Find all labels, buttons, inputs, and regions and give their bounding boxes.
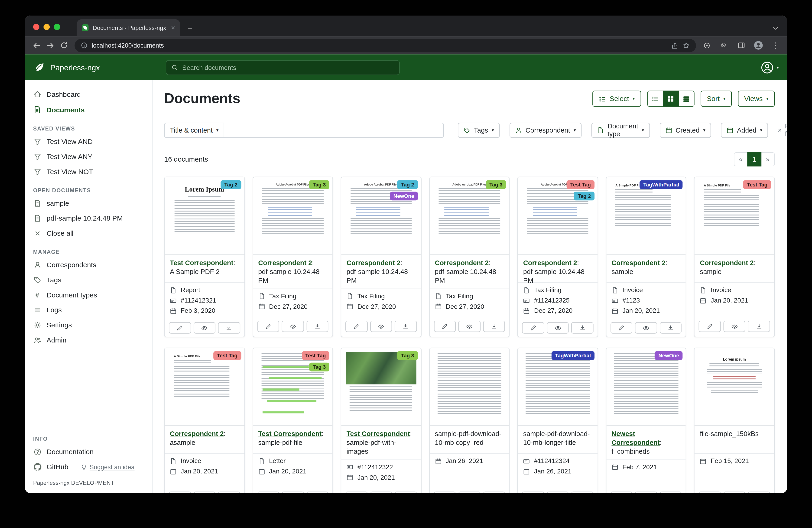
site-info-icon[interactable] bbox=[81, 42, 88, 49]
browser-tab[interactable]: Documents - Paperless-ngx × bbox=[77, 19, 180, 37]
page-next-button[interactable]: » bbox=[761, 152, 774, 166]
edit-button[interactable] bbox=[699, 491, 721, 493]
edit-button[interactable] bbox=[434, 320, 456, 332]
document-thumbnail[interactable]: Test Tag A Simple PDF File bbox=[695, 177, 774, 255]
global-search[interactable] bbox=[166, 60, 400, 75]
document-thumbnail[interactable]: Test Tag A Simple PDF File bbox=[164, 348, 244, 426]
document-card[interactable]: TagWithPartial sample-pdf-download-10-mb… bbox=[518, 347, 598, 493]
document-thumbnail[interactable] bbox=[430, 348, 509, 426]
filter-added-dropdown[interactable]: Added ▾ bbox=[721, 123, 768, 138]
document-card[interactable]: Tag 3 Adobe Acrobat PDF Files Correspond… bbox=[252, 177, 333, 337]
view-button[interactable] bbox=[723, 491, 745, 493]
sidebar-item-open-doc-sample[interactable]: sample bbox=[25, 196, 152, 211]
page-prev-button[interactable]: « bbox=[734, 152, 748, 166]
bookmark-star-icon[interactable] bbox=[682, 42, 690, 49]
tab-search-chevron-icon[interactable] bbox=[772, 25, 779, 32]
edit-button[interactable] bbox=[434, 491, 456, 493]
sidebar-item-documents[interactable]: Documents bbox=[25, 102, 152, 117]
view-button[interactable] bbox=[459, 491, 480, 493]
sidebar-item-saved-view-any[interactable]: Test View ANY bbox=[25, 149, 152, 164]
sidebar-item-saved-view-and[interactable]: Test View AND bbox=[25, 134, 152, 149]
tag-badge[interactable]: Tag 2 bbox=[574, 191, 594, 200]
document-thumbnail[interactable]: Tag 3 Adobe Acrobat PDF Files bbox=[430, 177, 509, 255]
sidebar-item-github[interactable]: GitHub Suggest an idea bbox=[25, 459, 152, 475]
suggest-idea-link[interactable]: Suggest an idea bbox=[81, 463, 134, 471]
filter-created-dropdown[interactable]: Created ▾ bbox=[659, 123, 711, 138]
download-button[interactable] bbox=[306, 491, 329, 493]
document-card[interactable]: sample-pdf-download-10-mb copy_red Jan 2… bbox=[429, 347, 510, 493]
user-menu[interactable]: ▾ bbox=[761, 61, 779, 74]
card-correspondent-link[interactable]: Correspondent 2 bbox=[347, 259, 401, 267]
edit-button[interactable] bbox=[345, 491, 367, 493]
forward-button[interactable] bbox=[43, 39, 57, 52]
view-button[interactable] bbox=[635, 491, 657, 493]
download-button[interactable] bbox=[395, 491, 417, 493]
tag-badge[interactable]: Test Tag bbox=[743, 180, 771, 189]
document-card[interactable]: Lorem ipsum file-sample_150kBs Feb 15, 2… bbox=[694, 347, 774, 493]
minimize-window-button[interactable] bbox=[43, 24, 50, 30]
view-button[interactable] bbox=[282, 491, 304, 493]
filter-correspondent-dropdown[interactable]: Correspondent ▾ bbox=[509, 123, 582, 138]
tag-badge[interactable]: Tag 3 bbox=[485, 180, 506, 189]
edit-button[interactable] bbox=[699, 320, 721, 332]
app-brand[interactable]: Paperless-ngx bbox=[33, 61, 100, 74]
tag-badge[interactable]: Tag 3 bbox=[309, 363, 329, 371]
tag-badge[interactable]: Tag 2 bbox=[221, 180, 241, 189]
sidebar-item-open-doc-pdf-sample[interactable]: pdf-sample 10.24.48 PM bbox=[25, 211, 152, 226]
view-button[interactable] bbox=[193, 322, 215, 334]
view-button[interactable] bbox=[547, 322, 569, 334]
download-button[interactable] bbox=[218, 322, 240, 334]
view-button[interactable] bbox=[723, 320, 745, 332]
filter-text-input[interactable] bbox=[224, 123, 444, 138]
view-button[interactable] bbox=[282, 320, 304, 332]
sidebar-item-correspondents[interactable]: Correspondents bbox=[25, 257, 152, 273]
download-button[interactable] bbox=[483, 491, 505, 493]
document-card[interactable]: Tag 3 Test Correspondent: sample-pdf-wit… bbox=[341, 347, 421, 493]
document-thumbnail[interactable]: TagWithPartial A Simple PDF File bbox=[606, 177, 686, 255]
document-card[interactable]: NewOne Newest Correspondent: f_combineds… bbox=[606, 347, 686, 493]
sidebar-item-tags[interactable]: Tags bbox=[25, 272, 152, 287]
browser-menu-kebab-icon[interactable]: ⋮ bbox=[769, 39, 782, 52]
download-button[interactable] bbox=[748, 491, 770, 493]
extensions-puzzle-icon[interactable] bbox=[717, 39, 731, 52]
url-text[interactable]: localhost:4200/documents bbox=[92, 42, 667, 49]
card-correspondent-link[interactable]: Test Correspondent bbox=[347, 430, 410, 438]
document-card[interactable]: Tag 2NewOne Adobe Acrobat PDF Files Corr… bbox=[341, 177, 421, 337]
reset-filters-button[interactable]: × Reset filters bbox=[778, 122, 787, 138]
view-grid-button[interactable] bbox=[663, 90, 679, 106]
view-button[interactable] bbox=[193, 491, 215, 493]
filter-document-type-dropdown[interactable]: Document type ▾ bbox=[592, 123, 650, 138]
document-card[interactable]: TagWithPartial A Simple PDF File Corresp… bbox=[606, 177, 686, 337]
tag-badge[interactable]: Tag 3 bbox=[397, 351, 418, 360]
share-icon[interactable] bbox=[671, 42, 678, 49]
view-button[interactable] bbox=[459, 320, 480, 332]
reload-button[interactable] bbox=[57, 39, 70, 52]
view-button[interactable] bbox=[370, 491, 392, 493]
card-correspondent-link[interactable]: Correspondent 2 bbox=[700, 259, 754, 267]
document-thumbnail[interactable]: Tag 2NewOne Adobe Acrobat PDF Files bbox=[341, 177, 421, 255]
document-thumbnail[interactable]: Tag 3 bbox=[341, 348, 421, 426]
extension-icon[interactable] bbox=[700, 39, 714, 52]
edit-button[interactable] bbox=[610, 322, 633, 334]
filter-field-dropdown[interactable]: Title & content ▾ bbox=[164, 123, 224, 138]
document-card[interactable]: Tag 3 Adobe Acrobat PDF Files Correspond… bbox=[429, 177, 510, 337]
view-list-button[interactable] bbox=[647, 90, 663, 106]
maximize-window-button[interactable] bbox=[54, 24, 60, 30]
document-card[interactable]: Test Tag A Simple PDF File Correspondent… bbox=[164, 347, 245, 493]
edit-button[interactable] bbox=[610, 491, 633, 493]
sidebar-item-document-types[interactable]: # Document types bbox=[25, 287, 152, 302]
sidebar-item-admin[interactable]: Admin bbox=[25, 332, 152, 347]
tag-badge[interactable]: Test Tag bbox=[302, 351, 329, 360]
profile-avatar[interactable] bbox=[751, 39, 765, 52]
tag-badge[interactable]: Tag 3 bbox=[309, 180, 329, 189]
document-card[interactable]: Tag 2 Lorem Ipsum Test Correspondent: A … bbox=[164, 177, 245, 337]
view-button[interactable] bbox=[370, 320, 392, 332]
download-button[interactable] bbox=[306, 320, 329, 332]
view-button[interactable] bbox=[547, 491, 569, 493]
sidebar-item-saved-view-not[interactable]: Test View NOT bbox=[25, 164, 152, 179]
edit-button[interactable] bbox=[257, 491, 279, 493]
document-thumbnail[interactable]: Tag 2 Lorem Ipsum bbox=[164, 177, 244, 255]
search-input[interactable] bbox=[182, 64, 394, 71]
edit-button[interactable] bbox=[169, 491, 191, 493]
edit-button[interactable] bbox=[169, 322, 191, 334]
